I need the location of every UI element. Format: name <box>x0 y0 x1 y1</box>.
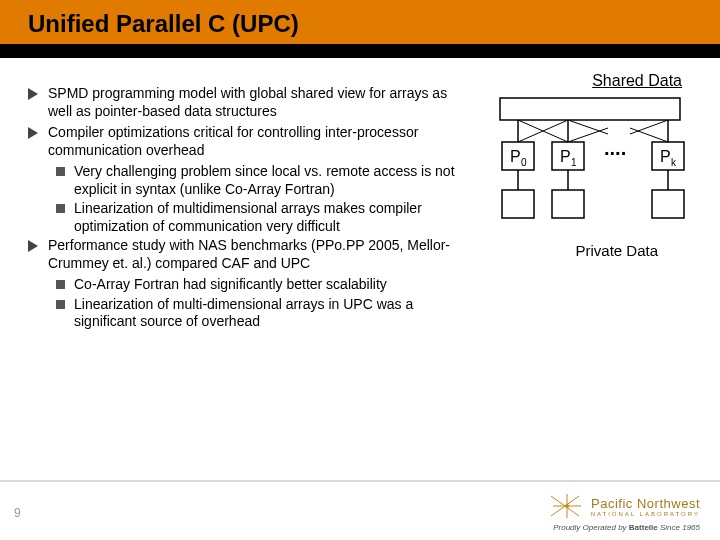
bullet-item: Compiler optimizations critical for cont… <box>28 124 468 159</box>
svg-text:1: 1 <box>571 157 577 168</box>
bullet-text: Performance study with NAS benchmarks (P… <box>48 237 468 272</box>
brand-sub: NATIONAL LABORATORY <box>591 511 700 517</box>
pnnl-star-icon <box>549 492 585 520</box>
svg-rect-3 <box>56 204 65 213</box>
svg-rect-5 <box>56 280 65 289</box>
svg-rect-31 <box>552 190 584 218</box>
svg-rect-30 <box>502 190 534 218</box>
bullet-content: SPMD programming model with global share… <box>28 85 468 333</box>
title-bar: Unified Parallel C (UPC) <box>0 0 720 58</box>
sub-bullet-text: Very challenging problem since local vs.… <box>74 163 468 198</box>
svg-line-15 <box>630 128 668 142</box>
operator-line: Proudly Operated by Battelle Since 1965 <box>549 523 700 532</box>
svg-line-13 <box>568 120 608 134</box>
sub-bullet-item: Co-Array Fortran had significantly bette… <box>56 276 468 294</box>
svg-point-37 <box>565 504 569 508</box>
bullet-item: SPMD programming model with global share… <box>28 85 468 120</box>
svg-text:····: ···· <box>604 142 626 164</box>
sub-bullet-text: Linearization of multidimensional arrays… <box>74 200 468 235</box>
slide-footer: 9 Pacific Northwest NATIONAL LABORATORY … <box>0 480 720 540</box>
svg-marker-4 <box>28 240 38 252</box>
svg-marker-1 <box>28 127 38 139</box>
svg-text:P: P <box>660 148 671 165</box>
svg-text:P: P <box>560 148 571 165</box>
bullet-text: SPMD programming model with global share… <box>48 85 468 120</box>
svg-marker-0 <box>28 88 38 100</box>
slide-title: Unified Parallel C (UPC) <box>28 10 720 38</box>
pnnl-logo-area: Pacific Northwest NATIONAL LABORATORY Pr… <box>549 492 700 532</box>
svg-rect-6 <box>56 300 65 309</box>
slide-number: 9 <box>14 506 21 520</box>
shared-data-diagram: Shared Data P 0 P 1 P k ···· Priva <box>490 72 700 272</box>
svg-text:P: P <box>510 148 521 165</box>
svg-rect-32 <box>652 190 684 218</box>
shared-data-label: Shared Data <box>592 72 682 90</box>
svg-text:k: k <box>671 157 677 168</box>
bullet-item: Performance study with NAS benchmarks (P… <box>28 237 468 272</box>
svg-rect-7 <box>500 98 680 120</box>
bullet-text: Compiler optimizations critical for cont… <box>48 124 468 159</box>
svg-line-16 <box>630 120 668 134</box>
brand-name: Pacific Northwest <box>591 496 700 511</box>
sub-bullet-item: Very challenging problem since local vs.… <box>56 163 468 198</box>
private-data-label: Private Data <box>575 242 658 259</box>
pnnl-logo: Pacific Northwest NATIONAL LABORATORY <box>549 492 700 520</box>
sub-bullet-text: Linearization of multi-dimensional array… <box>74 296 468 331</box>
svg-rect-2 <box>56 167 65 176</box>
sub-bullet-item: Linearization of multidimensional arrays… <box>56 200 468 235</box>
svg-text:0: 0 <box>521 157 527 168</box>
sub-bullet-text: Co-Array Fortran had significantly bette… <box>74 276 387 294</box>
sub-bullet-item: Linearization of multi-dimensional array… <box>56 296 468 331</box>
svg-line-14 <box>568 128 608 142</box>
